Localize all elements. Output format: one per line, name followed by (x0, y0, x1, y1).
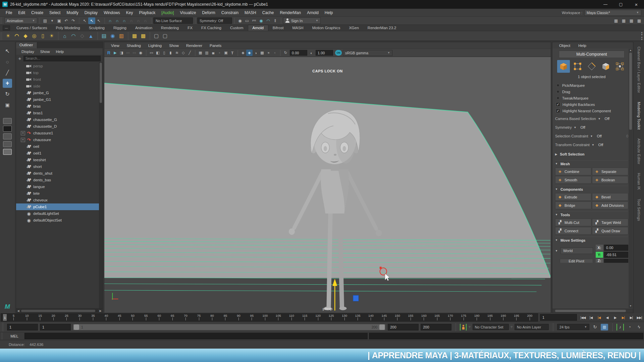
modeling-tool-button[interactable]: ▞ Connect (555, 227, 591, 235)
scroll-left-icon[interactable] (16, 309, 20, 312)
minimize-button[interactable] (598, 0, 613, 9)
photometric-light-icon[interactable] (30, 32, 39, 40)
edit-pivot-button[interactable]: Edit Pivot (560, 259, 593, 263)
mesh-tool-button[interactable]: ◈ Combine (555, 168, 591, 175)
docked-panel-tab[interactable]: Modeling Toolkit (637, 102, 641, 130)
redo-icon[interactable] (70, 17, 77, 24)
menu-item[interactable]: Display (82, 10, 101, 15)
bake-icon[interactable] (161, 32, 169, 40)
outliner-item[interactable]: + chaussure (16, 136, 103, 143)
radio-option[interactable]: Pick/Marquee (555, 82, 628, 88)
tx-manager-icon[interactable] (152, 32, 161, 40)
axis-value-field[interactable]: -69.51 (604, 252, 628, 258)
shelf-tab[interactable]: Sculpting (85, 25, 109, 31)
mel-output[interactable] (369, 333, 643, 339)
scale-tool-icon[interactable] (3, 100, 12, 109)
gamma-icon[interactable] (308, 50, 315, 56)
menu-item[interactable]: Arnold (304, 10, 322, 15)
radio-option[interactable]: Tweak/Marquee (555, 95, 628, 101)
current-frame-field[interactable]: 1 (540, 314, 577, 321)
multi-component-button[interactable]: Multi-Component (559, 51, 625, 58)
shelf-tab[interactable]: Arnold (248, 25, 268, 31)
playback-button[interactable]: |◀◀ (579, 314, 587, 321)
layout-single-pane-icon[interactable] (3, 118, 12, 124)
shelf-tab[interactable]: MASH (288, 25, 308, 31)
shelf-tab[interactable]: Custom (226, 25, 248, 31)
docked-panel-tab[interactable]: Tool Settings (637, 199, 641, 221)
menu-item[interactable]: File (3, 10, 15, 15)
animation-start-field[interactable]: 1 (7, 324, 38, 330)
axis-value-field[interactable]: 0.00 (604, 245, 628, 251)
character-set-key-icon[interactable] (460, 324, 467, 330)
viewport-menu-item[interactable]: Lighting (145, 44, 165, 48)
shelf-tab[interactable]: Curves / Surfaces (12, 25, 51, 31)
mesh-tool-button[interactable]: ◈ Smooth (555, 176, 591, 184)
expand-toggle-icon[interactable] (21, 98, 25, 102)
range-grip[interactable] (2, 323, 4, 331)
playback-button[interactable]: ▶ (611, 314, 619, 321)
field-chart-icon[interactable] (167, 50, 174, 56)
expand-toggle-icon[interactable] (21, 118, 25, 122)
text-hud-icon[interactable] (229, 50, 235, 56)
image-plane-icon[interactable] (223, 50, 229, 56)
snap-grid-icon[interactable] (107, 17, 114, 24)
viewport-menu-item[interactable]: Shading (123, 44, 144, 48)
playback-button[interactable]: |◀ (587, 314, 595, 321)
shelf-tab[interactable]: Animation (131, 25, 157, 31)
shelf-tab[interactable]: FX Caching (197, 25, 226, 31)
select-tool-icon[interactable] (3, 47, 12, 56)
sign-in-button[interactable]: Sign In ▼ (283, 17, 321, 24)
outliner-item[interactable]: teeshirt (16, 157, 103, 163)
move-settings-header[interactable]: ▼ Move Settings (555, 237, 628, 243)
resolution-gate-icon[interactable] (155, 50, 161, 56)
shelf-tab[interactable]: Motion Graphics (308, 25, 345, 31)
expand-toggle-icon[interactable] (21, 158, 25, 162)
outliner-item[interactable]: bras (16, 103, 103, 110)
expand-toggle-icon[interactable] (21, 111, 25, 115)
light-portal-icon[interactable] (39, 32, 47, 40)
menu-item[interactable]: Constrain (218, 10, 241, 15)
expand-toggle-icon[interactable] (21, 218, 25, 223)
layout-two-pane-stacked-icon[interactable] (3, 141, 12, 147)
expand-toggle-icon[interactable] (21, 104, 25, 109)
gate-mask-icon[interactable] (161, 50, 167, 56)
expand-toggle-icon[interactable] (21, 144, 25, 149)
vertex-mode-icon[interactable] (571, 60, 584, 73)
playback-button[interactable]: ▶▶| (635, 314, 643, 321)
grid-toggle-icon[interactable] (197, 50, 204, 56)
checkbox-option[interactable]: ✓ Highlight Backfaces (555, 101, 628, 108)
outliner-tab[interactable]: Outliner (16, 42, 37, 48)
snap-curve-icon[interactable] (114, 17, 121, 24)
outliner-search-input[interactable] (23, 56, 101, 61)
tools-section-header[interactable]: ▼ Tools (555, 211, 628, 218)
rotate-tool-icon[interactable] (3, 89, 12, 99)
chevron-down-icon[interactable]: ▽ (511, 326, 513, 328)
outliner-item[interactable]: pCube1 (16, 203, 103, 210)
playblast-options-icon[interactable] (601, 324, 608, 330)
renderer-icon[interactable]: R (106, 50, 112, 56)
expand-toggle-icon[interactable] (21, 64, 25, 68)
playback-button[interactable]: ▶| (619, 314, 627, 321)
chevron-down-icon[interactable]: ▽ (469, 326, 470, 328)
live-surface-field[interactable]: No Live Surface (153, 17, 193, 24)
expand-toggle-icon[interactable]: + (21, 131, 25, 135)
save-scene-icon[interactable] (56, 17, 63, 24)
menu-item[interactable]: Create (28, 10, 46, 15)
workspace-select[interactable]: Maya Classic* ▼ (584, 10, 641, 16)
menu-item[interactable]: MASH (241, 10, 259, 15)
outliner-menu-item[interactable]: Show (38, 50, 53, 54)
snapshot-camera-icon[interactable] (138, 50, 144, 56)
film-gate-toggle-icon[interactable] (204, 50, 210, 56)
select-component-icon[interactable] (95, 17, 102, 24)
expand-toggle-icon[interactable] (21, 71, 25, 75)
expand-toggle-icon[interactable] (21, 91, 25, 95)
select-hierarchy-icon[interactable] (81, 17, 88, 24)
volume-icon[interactable] (69, 32, 78, 40)
flat-shader-icon[interactable] (78, 32, 87, 40)
outliner-item[interactable]: + chaussure1 (16, 130, 103, 136)
checkbox-option[interactable]: ✓ Highlight Nearest Component (555, 108, 628, 114)
shelf-scroll-arrows[interactable]: ▲▼▲▼ (641, 32, 644, 41)
greasepencil-icon[interactable] (186, 50, 193, 56)
manipulator-plane-handle[interactable] (353, 295, 359, 301)
outliner-item[interactable]: front (16, 76, 103, 83)
